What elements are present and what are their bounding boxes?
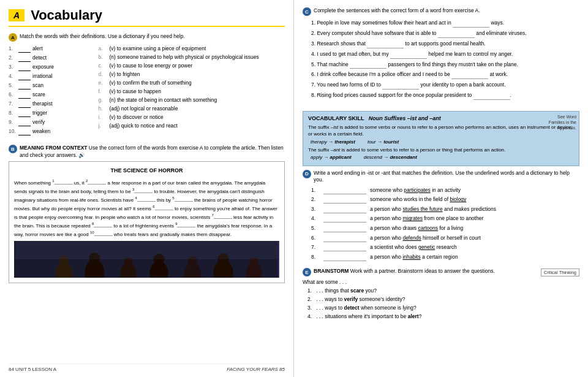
vocab-item-2: 2. detect bbox=[9, 55, 93, 62]
section-d: D Write a word ending in -ist or -ant th… bbox=[303, 170, 579, 263]
defs-col: a. (v) to examine using a piece of equip… bbox=[98, 45, 285, 137]
sentence-c-5: That machine passengers to find things t… bbox=[311, 61, 579, 69]
sentence-c-7: You need two forms of ID to your identit… bbox=[311, 82, 579, 89]
vocab-item-8: 8. trigger bbox=[9, 110, 93, 117]
section-c-header: C Complete the sentences with the correc… bbox=[303, 7, 579, 16]
section-a-header: A Match the words with their definitions… bbox=[9, 33, 285, 42]
def-c: c. (v) to cause to lose energy or power bbox=[98, 63, 285, 69]
skill-text-2: The suffix –ant is added to some verbs t… bbox=[308, 147, 574, 153]
page-footer: 84 UNIT 5 LESSON A FACING YOUR FEARS 85 bbox=[9, 364, 285, 372]
def-e: e. (v) to confirm the truth of something bbox=[98, 80, 285, 86]
brainstorm-list: 1. . . . things that scare you? 2. . . .… bbox=[307, 288, 579, 320]
vocab-item-3: 3. exposure bbox=[9, 64, 93, 71]
word-d-4: 4. a person who migrates from one place … bbox=[311, 215, 579, 223]
word-d-1: 1. someone who participates in an activi… bbox=[311, 187, 579, 194]
sentence-c-1: People in love may sometimes follow thei… bbox=[311, 20, 579, 28]
footer-right: FACING YOUR FEARS 85 bbox=[227, 367, 285, 372]
def-g: g. (n) the state of being in contact wit… bbox=[98, 97, 285, 104]
brainstorm-2: 2. . . . ways to verify someone's identi… bbox=[307, 296, 579, 303]
word-d-7: 7. a scientist who does genetic research bbox=[311, 244, 579, 251]
section-a-instruction: Match the words with their definitions. … bbox=[20, 33, 285, 40]
section-e-label: E bbox=[303, 268, 311, 276]
skill-example-1: therapy → therapist tour → tourist bbox=[311, 139, 574, 145]
section-a-label: A bbox=[9, 33, 17, 42]
def-f: f. (v) to cause to happen bbox=[98, 88, 285, 95]
section-e: E BRAINSTORM Work with a partner. Brains… bbox=[303, 268, 579, 322]
footer-left: 84 UNIT 5 LESSON A bbox=[9, 367, 56, 372]
science-text: When something 1 us, it 2 a fear respons… bbox=[14, 178, 279, 238]
brainstorm-4: 4. . . . situations where it's important… bbox=[307, 313, 579, 320]
section-d-instruction: Write a word ending in -ist or -ant that… bbox=[314, 170, 579, 183]
word-d-3: 3. a person who studies the future and m… bbox=[311, 206, 579, 213]
section-e-instruction: BRAINSTORM Work with a partner. Brainsto… bbox=[314, 268, 541, 275]
section-c-instruction: Complete the sentences with the correct … bbox=[314, 7, 579, 14]
brainstorm-3: 3. . . . ways to detect when someone is … bbox=[307, 305, 579, 311]
sentence-c-list: People in love may sometimes follow thei… bbox=[311, 20, 579, 100]
word-d-5: 5. a person who draws cartoons for a liv… bbox=[311, 225, 579, 232]
word-d-6: 6. a person who defends himself or herse… bbox=[311, 235, 579, 242]
section-d-header: D Write a word ending in -ist or -ant th… bbox=[303, 170, 579, 183]
see-word-note: See WordFamilies in theAppendix. bbox=[546, 112, 579, 133]
brainstorm-sub: What are some . . . bbox=[303, 279, 579, 285]
vocab-item-5: 5. scan bbox=[9, 82, 93, 89]
section-b-header: B MEANING FROM CONTEXT Use the correct f… bbox=[9, 145, 285, 158]
science-box: THE SCIENCE OF HORROR When something 1 u… bbox=[9, 161, 285, 284]
words-col: 1. alert 2. detect 3. exposure 4. bbox=[9, 45, 93, 137]
def-b: b. (n) someone trained to help with phys… bbox=[98, 54, 285, 61]
vocab-item-10: 10. weaken bbox=[9, 128, 93, 135]
section-c-label: C bbox=[303, 7, 311, 16]
vocab-skill-title: VOCABULARY SKILL Noun Suffixes –ist and … bbox=[308, 115, 574, 121]
vocab-badge: A bbox=[9, 9, 24, 21]
section-b-label: B bbox=[9, 145, 17, 153]
vocab-header: A Vocabulary bbox=[9, 7, 285, 27]
brainstorm-1: 1. . . . things that scare you? bbox=[307, 288, 579, 294]
skill-example-2: apply → applicant descend → descendant bbox=[311, 154, 574, 160]
sentence-c-6: I drink coffee because I'm a police offi… bbox=[311, 71, 579, 79]
vocab-skill-box: See WordFamilies in theAppendix. VOCABUL… bbox=[303, 111, 579, 166]
vocab-item-1: 1. alert bbox=[9, 45, 93, 53]
section-b: B MEANING FROM CONTEXT Use the correct f… bbox=[9, 145, 285, 283]
section-c: C Complete the sentences with the correc… bbox=[303, 7, 579, 102]
critical-thinking-badge: Critical Thinking bbox=[541, 268, 579, 276]
science-title: THE SCIENCE OF HORROR bbox=[14, 167, 279, 175]
word-d-8: 8. a person who inhabits a certain regio… bbox=[311, 254, 579, 261]
skill-text-1: The suffix –ist is added to some verbs o… bbox=[308, 124, 574, 137]
brainstorm-header: E BRAINSTORM Work with a partner. Brains… bbox=[303, 268, 579, 276]
word-list-d: 1. someone who participates in an activi… bbox=[311, 187, 579, 261]
vocab-item-9: 9. verify bbox=[9, 119, 93, 126]
vocab-item-7: 7. therapist bbox=[9, 101, 93, 108]
svg-rect-15 bbox=[15, 241, 279, 259]
vocab-list: 1. alert 2. detect 3. exposure 4. bbox=[9, 45, 285, 137]
word-d-2: 2. someone who works in the field of bio… bbox=[311, 196, 579, 204]
def-j: j. (adj) quick to notice and react bbox=[98, 123, 285, 129]
vocab-item-4: 4. irrational bbox=[9, 73, 93, 80]
sentence-c-4: I used to get mad often, but my helped m… bbox=[311, 51, 579, 59]
vocab-item-6: 6. scare bbox=[9, 91, 93, 99]
section-b-instruction: MEANING FROM CONTEXT Use the correct for… bbox=[20, 145, 285, 158]
def-i: i. (v) to discover or notice bbox=[98, 114, 285, 121]
science-image bbox=[14, 241, 279, 278]
sentence-c-8: Rising food prices caused support for th… bbox=[311, 92, 579, 100]
left-page: A Vocabulary A Match the words with thei… bbox=[0, 0, 294, 377]
sentence-c-3: Research shows that to art supports good… bbox=[311, 40, 579, 48]
def-d: d. (v) to frighten bbox=[98, 71, 285, 78]
section-d-label: D bbox=[303, 170, 311, 178]
sentence-c-2: Every computer should have software that… bbox=[311, 30, 579, 38]
def-h: h. (adj) not logical or reasonable bbox=[98, 105, 285, 112]
def-a: a. (v) to examine using a piece of equip… bbox=[98, 45, 285, 52]
right-page: C Complete the sentences with the correc… bbox=[294, 0, 588, 377]
vocab-title: Vocabulary bbox=[31, 7, 102, 23]
